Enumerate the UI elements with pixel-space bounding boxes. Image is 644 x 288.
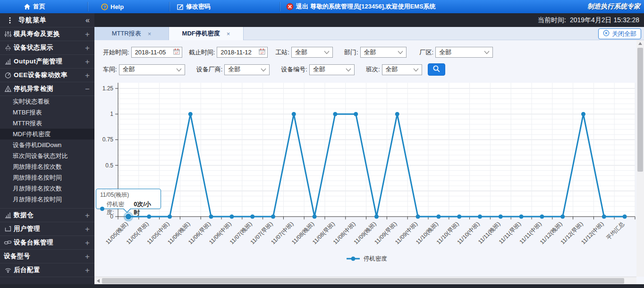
data-point[interactable] <box>540 215 544 219</box>
expand-icon[interactable]: + <box>85 266 90 274</box>
sidebar-item-backend-config[interactable]: 后台配置 + <box>0 263 94 277</box>
search-button[interactable] <box>428 63 445 76</box>
sidebar-subitem-mtbf-report[interactable]: MTBF报表 <box>0 107 94 118</box>
legend-item[interactable]: 停机密度 <box>347 255 387 262</box>
sidebar-subitem-shift-compare[interactable]: 班次间设备状态对比 <box>0 150 94 161</box>
home-button[interactable]: 首页 <box>24 0 45 13</box>
change-password-button[interactable]: 修改密码 <box>177 0 211 13</box>
expand-icon[interactable]: + <box>85 211 90 219</box>
change-password-label: 修改密码 <box>186 2 211 11</box>
workshop-select[interactable]: 全部 <box>119 64 185 75</box>
sidebar-item-output-capacity[interactable]: Output产能管理 + <box>0 54 94 68</box>
sidebar-item-equipment-model[interactable]: 设备型号 + <box>0 249 94 263</box>
data-point[interactable] <box>188 112 193 116</box>
expand-icon[interactable]: + <box>85 44 90 52</box>
brand-slogan: 制造执行系统专家 <box>587 0 640 13</box>
factory-area-select[interactable]: 全部 <box>435 47 493 58</box>
equipment-id-select[interactable]: 全部 <box>309 64 355 75</box>
data-point[interactable] <box>602 215 606 219</box>
data-point[interactable] <box>436 215 441 219</box>
start-date-input[interactable]: 2018-11-05 17 <box>131 47 182 58</box>
chevron-down-icon <box>413 66 419 73</box>
x-tick-label: 平均汇总 <box>605 220 626 241</box>
close-all-tabs-button[interactable]: 关闭全部 <box>598 28 641 39</box>
sidebar-subitem-week-fault-time[interactable]: 周故障排名按时间 <box>0 172 94 183</box>
bar-chart-icon <box>4 58 12 65</box>
x-tick-label: 11/10(中班) <box>456 220 481 245</box>
data-point[interactable] <box>292 112 296 116</box>
expand-icon[interactable]: + <box>85 253 90 261</box>
scroll-up-arrow-icon[interactable] <box>638 42 642 45</box>
data-point[interactable] <box>333 112 337 116</box>
monitor-icon <box>4 225 12 233</box>
ems-application-window: 首页 ? Help 修改密码 退出 尊敬的系统管理员[123456],欢迎使用E… <box>0 0 644 288</box>
close-tab-icon[interactable]: × <box>227 30 230 37</box>
sidebar-item-oee-efficiency[interactable]: OEE设备稼动效率 + <box>0 68 94 82</box>
data-point[interactable] <box>499 215 503 219</box>
y-tick-label: 0.75 <box>102 136 114 143</box>
data-point[interactable] <box>581 112 585 116</box>
sidebar-subitem-realtime-board[interactable]: 实时状态看板 <box>0 96 94 107</box>
data-point[interactable] <box>354 112 358 116</box>
edit-password-icon <box>177 3 184 10</box>
data-point[interactable] <box>374 215 379 219</box>
shift-select[interactable]: 全部 <box>382 64 422 75</box>
legend-label: 停机密度 <box>364 255 387 262</box>
data-point[interactable] <box>395 112 399 116</box>
workstation-select[interactable]: 全部 <box>291 47 333 58</box>
data-point[interactable] <box>229 215 234 219</box>
data-point[interactable] <box>416 215 420 219</box>
vertical-scrollbar[interactable] <box>636 40 644 277</box>
data-point[interactable] <box>519 215 524 219</box>
calendar-icon[interactable]: 17 <box>173 48 180 56</box>
vertical-scroll-thumb[interactable] <box>637 48 643 172</box>
scroll-left-arrow-icon[interactable] <box>97 279 100 283</box>
data-point[interactable] <box>313 215 317 219</box>
close-tab-icon[interactable]: × <box>148 30 152 37</box>
sidebar-item-user-management[interactable]: 用户管理 + <box>0 222 94 236</box>
horizontal-scroll-thumb[interactable] <box>102 278 624 284</box>
sidebar-item-mold-life[interactable]: 模具寿命及更换 + <box>0 27 94 41</box>
plot-area <box>118 83 635 217</box>
horizontal-scrollbar[interactable] <box>94 277 636 284</box>
sidebar-item-equipment-status[interactable]: 设备状态展示 + <box>0 41 94 54</box>
sidebar-header: 导航菜单 « <box>0 13 94 27</box>
close-all-icon <box>603 30 610 38</box>
sidebar-subitem-month-fault-time[interactable]: 月故障排名按时间 <box>0 194 94 205</box>
data-point[interactable] <box>209 215 213 219</box>
data-point[interactable] <box>457 215 461 219</box>
tab-mttr-report[interactable]: MTTR报表 × <box>94 27 169 40</box>
expand-icon[interactable]: + <box>85 225 90 233</box>
sidebar-subitem-drilldown[interactable]: 设备停机DillDown <box>0 140 94 150</box>
sidebar-subitem-mdf-density[interactable]: MDF停机密度 <box>0 129 94 140</box>
data-point[interactable] <box>168 215 172 219</box>
sidebar-item-equipment-ledger[interactable]: 设备台账管理 + <box>0 236 94 249</box>
sidebar-item-downtime-detection[interactable]: 停机异常检测 − <box>0 82 94 96</box>
logout-button[interactable]: 退出 <box>286 0 308 13</box>
data-point[interactable] <box>478 215 482 219</box>
end-date-input[interactable]: 2018-11-12 17 <box>217 47 268 58</box>
equipment-vendor-select[interactable]: 全部 <box>224 64 270 75</box>
x-tick-label: 11/12(中班) <box>580 220 605 245</box>
expand-icon[interactable]: + <box>85 71 90 79</box>
chevron-down-icon <box>346 66 351 73</box>
data-point[interactable] <box>560 215 565 219</box>
sidebar-subitem-week-fault-count[interactable]: 周故障排名按次数 <box>0 161 94 172</box>
sidebar-subitem-mttr-report[interactable]: MTTR报表 <box>0 118 94 129</box>
help-icon: ? <box>101 3 108 10</box>
data-point[interactable] <box>250 215 254 219</box>
help-button[interactable]: ? Help <box>101 0 124 13</box>
sidebar-item-data-warehouse[interactable]: 数据仓 + <box>0 208 94 222</box>
expand-icon[interactable]: + <box>85 239 90 247</box>
department-select[interactable]: 全部 <box>360 47 407 58</box>
topbar-separator <box>280 2 280 11</box>
expand-icon[interactable]: + <box>85 58 90 66</box>
data-point[interactable] <box>623 215 627 219</box>
data-point[interactable] <box>271 215 275 219</box>
collapse-group-icon[interactable]: − <box>85 85 90 93</box>
collapse-sidebar-icon[interactable]: « <box>85 16 90 25</box>
calendar-icon[interactable]: 17 <box>259 48 265 56</box>
sidebar-subitem-month-fault-count[interactable]: 月故障排名按次数 <box>0 183 94 194</box>
tab-mdf-density[interactable]: MDF停机密度 × <box>169 27 244 40</box>
expand-icon[interactable]: + <box>85 30 90 38</box>
